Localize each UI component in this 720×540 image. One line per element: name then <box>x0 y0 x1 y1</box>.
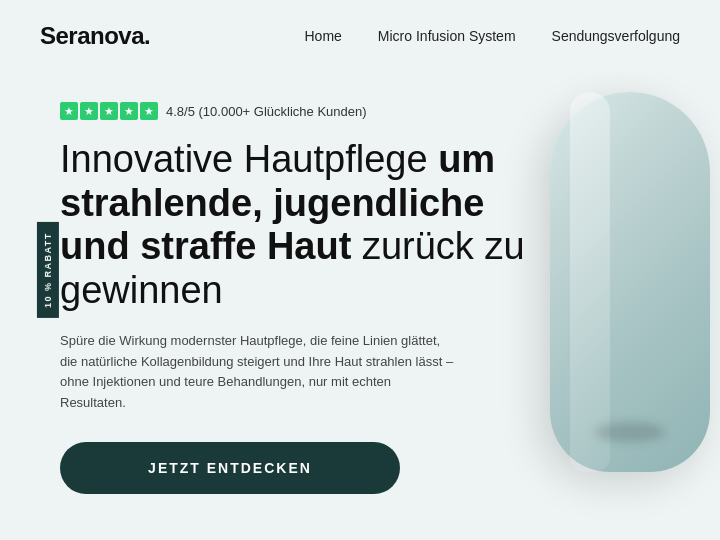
nav-links: Home Micro Infusion System Sendungsverfo… <box>304 27 680 45</box>
nav-item-tracking[interactable]: Sendungsverfolgung <box>552 27 680 45</box>
cta-button[interactable]: JETZT ENTDECKEN <box>60 442 400 494</box>
product-image <box>530 92 720 512</box>
nav-item-home[interactable]: Home <box>304 27 341 45</box>
nav-link-micro-infusion[interactable]: Micro Infusion System <box>378 28 516 44</box>
hero-left: ★ ★ ★ ★ ★ 4.8/5 (10.000+ Glückliche Kund… <box>60 102 540 510</box>
star-2: ★ <box>80 102 98 120</box>
rating-text: 4.8/5 (10.000+ Glückliche Kunden) <box>166 104 367 119</box>
star-3: ★ <box>100 102 118 120</box>
star-5: ★ <box>140 102 158 120</box>
star-1: ★ <box>60 102 78 120</box>
star-4: ★ <box>120 102 138 120</box>
rating-row: ★ ★ ★ ★ ★ 4.8/5 (10.000+ Glückliche Kund… <box>60 102 540 120</box>
hero-description: Spüre die Wirkung modernster Hautpflege,… <box>60 331 460 414</box>
hero-section: ★ ★ ★ ★ ★ 4.8/5 (10.000+ Glückliche Kund… <box>0 72 720 540</box>
nav-item-micro-infusion[interactable]: Micro Infusion System <box>378 27 516 45</box>
hero-headline: Innovative Hautpflege um strahlende, jug… <box>60 138 540 313</box>
star-icons: ★ ★ ★ ★ ★ <box>60 102 158 120</box>
headline-normal-1: Innovative Hautpflege <box>60 138 438 180</box>
product-shape <box>550 92 710 472</box>
discount-badge: 10 % RABATT <box>37 222 59 318</box>
nav-link-tracking[interactable]: Sendungsverfolgung <box>552 28 680 44</box>
navbar: Seranova. Home Micro Infusion System Sen… <box>0 0 720 72</box>
logo: Seranova. <box>40 22 150 50</box>
nav-link-home[interactable]: Home <box>304 28 341 44</box>
